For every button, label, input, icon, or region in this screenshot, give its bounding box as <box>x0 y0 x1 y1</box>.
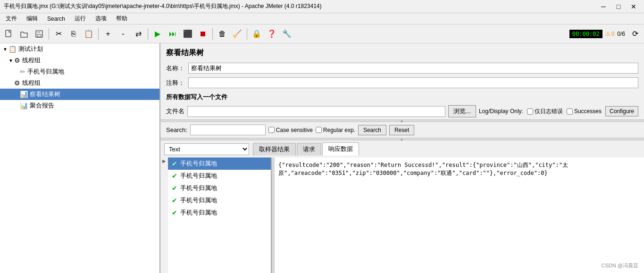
sample-list: ✔ 手机号归属地 ✔ 手机号归属地 ✔ 手机号归属地 ✔ 手机号归属地 <box>168 157 272 273</box>
bottom-area: Text 取样器结果 请求 响应数据 ▶ ✔ 手机号归属地 <box>160 141 644 273</box>
toolbar-toggle[interactable]: ⇄ <box>131 27 145 41</box>
tree-item-aggregate[interactable]: 📊 聚合报告 <box>0 100 159 111</box>
sample-label-2: 手机号归属地 <box>180 184 217 192</box>
tab-response-data[interactable]: 响应数据 <box>322 142 359 156</box>
toolbar-stop[interactable]: ⬛ <box>181 27 195 41</box>
tree-label-result-tree: 察看结果树 <box>30 90 60 99</box>
toolbar-start[interactable]: ▶ <box>151 27 165 41</box>
toolbar-start-nopauses[interactable]: ⏭ <box>166 27 180 41</box>
configure-button[interactable]: Configure <box>605 106 638 116</box>
errors-checkbox[interactable] <box>527 108 533 115</box>
minimize-button[interactable]: ─ <box>597 2 610 11</box>
toolbar-sep-1 <box>49 28 49 40</box>
regular-exp-checkbox[interactable] <box>316 127 322 133</box>
comment-row: 注释： <box>160 75 644 90</box>
close-button[interactable]: ✕ <box>627 2 640 11</box>
page-counter: 0/6 <box>617 31 625 37</box>
aggregate-icon: 📊 <box>20 102 28 109</box>
comment-input[interactable] <box>188 77 638 88</box>
reset-button[interactable]: Reset <box>389 125 414 135</box>
sample-label-3: 手机号归属地 <box>180 196 217 205</box>
tree-item-phone[interactable]: ✏ 手机号归属地 <box>0 66 159 77</box>
browse-button[interactable]: 浏览... <box>448 105 476 117</box>
toolbar: ✂ ⎘ 📋 + - ⇄ ▶ ⏭ ⬛ ⏹ 🗑 🧹 🔒 ❓ 🔧 00:00:02 ⚠… <box>0 25 644 43</box>
successes-checkbox-label[interactable]: Successes <box>567 108 602 115</box>
case-sensitive-checkbox[interactable] <box>268 127 275 133</box>
tree-label-test-plan: 测试计划 <box>18 45 43 53</box>
tree-item-result-tree[interactable]: 📊 察看结果树 <box>0 89 159 100</box>
log-options: Log/Display Only: 仅日志错误 Successes Config… <box>479 106 638 116</box>
content-area: {"resultcode":"200","reason":"Return Suc… <box>275 157 644 273</box>
test-plan-icon: 📋 <box>8 45 17 53</box>
file-input[interactable] <box>187 106 445 117</box>
check-icon-2: ✔ <box>172 184 177 192</box>
errors-checkbox-label[interactable]: 仅日志错误 <box>527 108 563 116</box>
regular-exp-label[interactable]: Regular exp. <box>316 127 355 133</box>
toolbar-sep-3 <box>148 28 148 40</box>
toolbar-cut[interactable]: ✂ <box>51 27 66 41</box>
text-dropdown[interactable]: Text <box>164 143 249 155</box>
menu-run[interactable]: 运行 <box>71 14 90 24</box>
toolbar-expand[interactable]: + <box>101 27 115 41</box>
toolbar-collapse[interactable]: - <box>116 27 130 41</box>
toolbar-sep-2 <box>98 28 99 40</box>
toolbar-save[interactable] <box>32 27 46 41</box>
menu-options[interactable]: 选项 <box>92 14 110 24</box>
toolbar-sync[interactable]: ⟳ <box>628 27 642 41</box>
search-label: Search: <box>166 126 187 133</box>
result-tree-icon: 📊 <box>20 91 28 98</box>
toolbar-ssl[interactable]: 🔒 <box>250 27 264 41</box>
successes-checkbox[interactable] <box>567 108 573 115</box>
tree-item-test-plan[interactable]: ▼ 📋 测试计划 <box>0 43 159 55</box>
menu-edit[interactable]: 编辑 <box>23 14 42 24</box>
case-sensitive-label[interactable]: Case sensitive <box>268 127 313 133</box>
toggle-thread-group-1[interactable]: ▼ <box>8 58 13 63</box>
toolbar-paste[interactable]: 📋 <box>82 27 96 41</box>
toggle-test-plan[interactable]: ▼ <box>3 47 8 52</box>
sample-label-4: 手机号归属地 <box>180 208 217 217</box>
toolbar-clear-all[interactable]: 🧹 <box>230 27 244 41</box>
toolbar-new[interactable] <box>2 27 16 41</box>
response-content: {"resultcode":"200","reason":"Return Suc… <box>278 162 568 176</box>
sample-item-2[interactable]: ✔ 手机号归属地 <box>168 182 271 194</box>
svg-rect-3 <box>37 34 41 37</box>
title-text: 手机号归属地.jmx (G:\测试大实训\day05\jmeter\apache… <box>4 2 597 10</box>
sample-item-4[interactable]: ✔ 手机号归属地 <box>168 207 271 219</box>
sample-item-0[interactable]: ✔ 手机号归属地 <box>168 157 271 170</box>
tree-label-thread-group-1: 线程组 <box>22 56 41 65</box>
thread-group-1-icon: ⚙ <box>14 57 20 64</box>
toolbar-shutdown[interactable]: ⏹ <box>196 27 210 41</box>
sample-label-0: 手机号归属地 <box>180 159 217 168</box>
search-input[interactable] <box>190 124 266 135</box>
menu-help[interactable]: 帮助 <box>112 14 131 24</box>
tree-item-thread-group-2[interactable]: ⚙ 线程组 <box>0 77 159 89</box>
maximize-button[interactable]: □ <box>612 2 625 11</box>
title-bar: 手机号归属地.jmx (G:\测试大实训\day05\jmeter\apache… <box>0 0 644 13</box>
name-input[interactable] <box>188 63 638 74</box>
right-panel: 察看结果树 名称： 注释： 所有数据写入一个文件 文件名 浏览... Log/D… <box>160 43 644 273</box>
comment-label: 注释： <box>166 79 184 87</box>
sample-label-1: 手机号归属地 <box>180 172 217 180</box>
regular-exp-text: Regular exp. <box>323 127 355 133</box>
tab-sampler-result[interactable]: 取样器结果 <box>253 143 296 156</box>
search-button[interactable]: Search <box>358 125 386 135</box>
sample-item-1[interactable]: ✔ 手机号归属地 <box>168 170 271 182</box>
toolbar-sep-4 <box>212 28 213 40</box>
toolbar-copy[interactable]: ⎘ <box>67 27 81 41</box>
toolbar-help-btn[interactable]: ❓ <box>265 27 279 41</box>
menu-file[interactable]: 文件 <box>2 14 21 24</box>
tree-item-thread-group-1[interactable]: ▼ ⚙ 线程组 <box>0 55 159 66</box>
list-arrow-area: ▶ <box>160 157 168 273</box>
tab-request[interactable]: 请求 <box>297 143 321 156</box>
toolbar-clear[interactable]: 🗑 <box>215 27 229 41</box>
timer-display: 00:00:02 <box>569 30 602 38</box>
toolbar-right: 00:00:02 ⚠ 0 0/6 ⟳ <box>569 27 642 41</box>
toolbar-remote[interactable]: 🔧 <box>280 27 294 41</box>
warning-count: 0 <box>611 31 615 37</box>
tree-label-aggregate: 聚合报告 <box>30 101 54 110</box>
warning-icon: ⚠ <box>605 31 611 37</box>
toolbar-open[interactable] <box>17 27 31 41</box>
sample-item-3[interactable]: ✔ 手机号归属地 <box>168 194 271 207</box>
tabs-bar: 取样器结果 请求 响应数据 <box>253 142 359 156</box>
menu-search[interactable]: Search <box>43 15 69 23</box>
